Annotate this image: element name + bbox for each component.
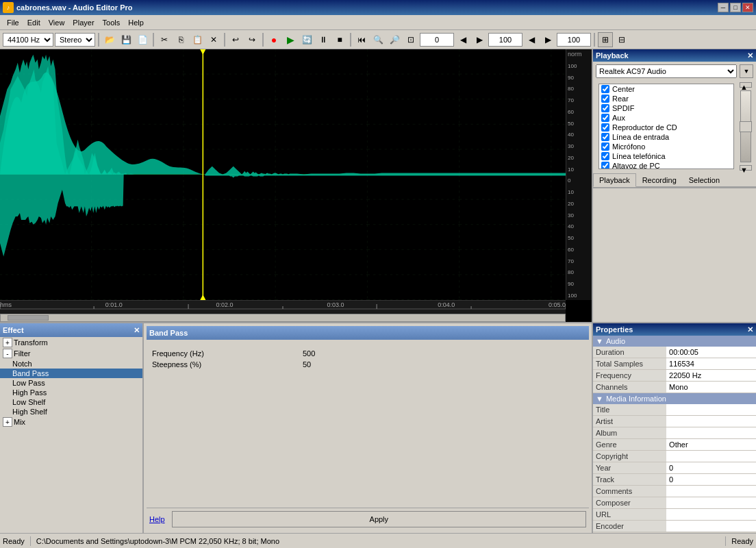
vol1-prev-button[interactable]: ◀ xyxy=(524,32,539,47)
expand-icon-filter[interactable]: - xyxy=(3,349,12,358)
titlebar-controls[interactable]: ─ □ ✕ xyxy=(718,3,753,12)
waveform-canvas[interactable] xyxy=(0,49,566,300)
waveform-container: norm 100 90 80 70 60 50 40 30 20 10 0 10… xyxy=(0,49,592,322)
channel-cd[interactable]: Reproductor de CD xyxy=(599,123,733,132)
menu-edit[interactable]: Edit xyxy=(23,17,45,28)
save-button[interactable]: 💾 xyxy=(118,32,134,47)
menu-help[interactable]: Help xyxy=(124,17,148,28)
channel-spdif[interactable]: SPDIF xyxy=(599,103,733,113)
prop-album-value[interactable] xyxy=(666,427,756,439)
save-as-button[interactable]: 📄 xyxy=(135,32,150,47)
effect-close-icon[interactable]: ✕ xyxy=(134,326,140,335)
menu-view[interactable]: View xyxy=(45,17,69,28)
zoom-in-button[interactable]: 🔍 xyxy=(370,32,386,47)
time-label-3: 0:03.0 xyxy=(327,301,344,308)
paste-button[interactable]: 📋 xyxy=(190,32,205,47)
play-button[interactable]: ▶ xyxy=(283,32,298,47)
prop-comments-value[interactable] xyxy=(666,486,756,497)
channel-center[interactable]: Center xyxy=(599,84,733,94)
tree-lowshelf[interactable]: Low Shelf xyxy=(0,397,142,407)
volume-slider-track[interactable] xyxy=(740,90,751,162)
audio-section-header[interactable]: ▼ Audio xyxy=(593,336,756,347)
tree-highpass[interactable]: High Pass xyxy=(0,388,142,397)
channels-list[interactable]: Center Rear SPDIF Aux Reproductor de CD … xyxy=(598,84,734,169)
minimize-button[interactable]: ─ xyxy=(718,3,729,12)
menu-tools[interactable]: Tools xyxy=(99,17,125,28)
loop-button[interactable]: 🔄 xyxy=(299,32,314,47)
channels-select[interactable]: Stereo xyxy=(55,33,95,47)
pause-button[interactable]: ⏸ xyxy=(316,32,331,47)
freq-value: 500 xyxy=(303,349,583,358)
effect-title: Effect xyxy=(3,326,24,334)
channel-linea[interactable]: Línea de entrada xyxy=(599,132,733,142)
zoom-out-button[interactable]: 🔎 xyxy=(387,32,402,47)
scrollbar-thumb[interactable] xyxy=(8,315,49,321)
record-button[interactable]: ● xyxy=(266,32,281,47)
prop-total-samples: Total Samples 116534 xyxy=(593,358,756,370)
waveform-scrollbar[interactable] xyxy=(0,314,566,322)
vol-arrow-down[interactable]: ▼ xyxy=(740,165,752,171)
titlebar: ♪ cabrones.wav - Audio Editor Pro ─ □ ✕ xyxy=(0,0,756,15)
redo-button[interactable]: ↪ xyxy=(244,32,260,47)
sample-rate-select[interactable]: 44100 Hz xyxy=(3,33,53,47)
cut-button[interactable]: ✂ xyxy=(157,32,172,47)
channel-rear[interactable]: Rear xyxy=(599,94,733,103)
menu-file[interactable]: File xyxy=(3,17,23,28)
close-button[interactable]: ✕ xyxy=(742,3,753,12)
channel-altavoz[interactable]: Altavoz de PC xyxy=(599,161,733,169)
tree-notch[interactable]: Notch xyxy=(0,359,142,369)
prop-total-samples-key: Total Samples xyxy=(593,358,666,370)
volume-slider-thumb[interactable] xyxy=(740,121,752,132)
tree-transform[interactable]: + Transform xyxy=(0,337,142,348)
media-section-header[interactable]: ▼ Media Information xyxy=(593,393,756,404)
maximize-button[interactable]: □ xyxy=(730,3,741,12)
playback-close-icon[interactable]: ✕ xyxy=(747,51,753,60)
prop-comments-key: Comments xyxy=(593,486,666,497)
stop-button[interactable]: ■ xyxy=(332,32,347,47)
prop-url-value[interactable] xyxy=(666,509,756,521)
zoom-sel-button[interactable]: ⊡ xyxy=(403,32,418,47)
expand-icon-transform[interactable]: + xyxy=(3,338,12,347)
prop-composer-value[interactable] xyxy=(666,497,756,509)
prev-button[interactable]: ⏮ xyxy=(354,32,369,47)
tree-highshelf[interactable]: High Shelf xyxy=(0,407,142,416)
menu-player[interactable]: Player xyxy=(68,17,98,28)
prop-encoder-value[interactable] xyxy=(666,521,756,532)
properties-close-icon[interactable]: ✕ xyxy=(747,325,753,334)
tab-selection[interactable]: Selection xyxy=(683,173,726,186)
pos-next-button[interactable]: ▶ xyxy=(472,32,487,47)
expand-icon-mix[interactable]: + xyxy=(3,417,12,427)
prop-title-value[interactable] xyxy=(666,404,756,416)
vol1-next-button[interactable]: ▶ xyxy=(540,32,555,47)
tab-recording[interactable]: Recording xyxy=(636,173,683,186)
volume-input-1[interactable] xyxy=(488,33,522,47)
volume-input-2[interactable] xyxy=(557,33,591,47)
apply-button[interactable]: Apply xyxy=(172,511,586,527)
mode-btn-1[interactable]: ⊞ xyxy=(598,32,613,47)
tree-lowpass[interactable]: Low Pass xyxy=(0,378,142,388)
channel-area: Center Rear SPDIF Aux Reproductor de CD … xyxy=(593,81,756,173)
copy-button[interactable]: ⎘ xyxy=(173,32,188,47)
delete-button[interactable]: ✕ xyxy=(206,32,221,47)
prop-copyright-value[interactable] xyxy=(666,451,756,462)
tree-bandpass[interactable]: Band Pass xyxy=(0,369,142,378)
statusbar: Ready C:\Documents and Settings\uptodown… xyxy=(0,533,756,548)
open-button[interactable]: 📂 xyxy=(102,32,117,47)
device-select[interactable]: Realtek AC97 Audio xyxy=(596,64,737,78)
position-input[interactable] xyxy=(420,33,454,47)
tree-filter[interactable]: - Filter xyxy=(0,348,142,359)
vol-arrow-up[interactable]: ▲ xyxy=(740,82,752,88)
tab-playback[interactable]: Playback xyxy=(593,173,636,187)
channel-linea-tel[interactable]: Línea telefónica xyxy=(599,151,733,161)
channel-aux[interactable]: Aux xyxy=(599,113,733,123)
pos-prev-button[interactable]: ◀ xyxy=(455,32,470,47)
help-link[interactable]: Help xyxy=(149,515,165,523)
channel-micro[interactable]: Micrófono xyxy=(599,142,733,151)
collapse-icon-media: ▼ xyxy=(596,395,603,403)
mode-btn-2[interactable]: ⊟ xyxy=(614,32,629,47)
tree-mix[interactable]: + Mix xyxy=(0,416,142,427)
undo-button[interactable]: ↩ xyxy=(228,32,243,47)
prop-artist-value[interactable] xyxy=(666,416,756,427)
device-arrow[interactable]: ▼ xyxy=(740,64,753,78)
time-label-5: 0:05.0 xyxy=(549,301,566,308)
